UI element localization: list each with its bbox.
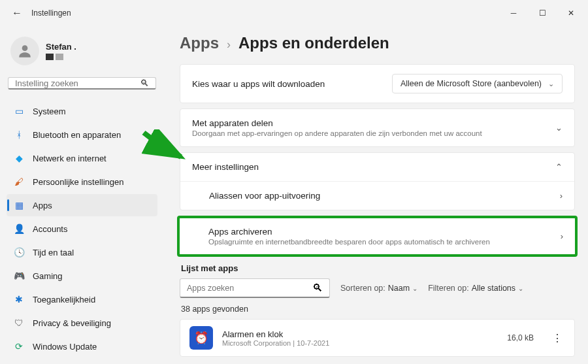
apps-search[interactable]: 🔍︎ <box>180 278 330 298</box>
clock-icon: 🕓 <box>13 247 25 257</box>
download-source-label: Kies waar u apps wilt downloaden <box>192 79 392 89</box>
user-name: Stefan . <box>46 42 76 52</box>
share-devices-card[interactable]: Met apparaten delen Doorgaan met app-erv… <box>180 108 575 147</box>
app-details: Microsoft Corporation | 10-7-2021 <box>222 339 329 347</box>
chevron-down-icon: ⌄ <box>518 285 523 292</box>
apps-found: 38 apps gevonden <box>181 305 575 314</box>
nav-personalisation[interactable]: 🖌Persoonlijke instellingen <box>7 171 157 193</box>
nav-apps[interactable]: ▦Apps <box>7 194 157 216</box>
back-button[interactable]: ← <box>5 7 29 19</box>
close-button[interactable]: ✕ <box>557 3 585 24</box>
breadcrumb-root[interactable]: Apps <box>180 34 219 52</box>
nav-system[interactable]: ▭Systeem <box>7 100 157 122</box>
chevron-right-icon: › <box>227 38 231 52</box>
nav-network[interactable]: ◆Netwerk en internet <box>7 147 157 169</box>
chevron-down-icon: ⌄ <box>555 123 563 133</box>
page-title: Apps en onderdelen <box>238 34 389 52</box>
app-size: 16,0 kB <box>507 333 534 342</box>
chevron-right-icon: › <box>561 231 563 241</box>
person-icon: 👤 <box>13 223 25 234</box>
settings-search[interactable]: 🔍︎ <box>8 77 156 90</box>
window-controls: ─ ☐ ✕ <box>499 3 585 24</box>
app-list-heading: Lijst met apps <box>181 263 575 273</box>
sort-by[interactable]: Sorteren op: Naam ⌄ <box>340 284 417 293</box>
bluetooth-icon: ᚼ <box>13 129 25 140</box>
update-icon: ⟳ <box>13 341 25 352</box>
chevron-down-icon: ⌄ <box>412 285 417 292</box>
archive-apps[interactable]: Apps archiveren Opslagruimte en internet… <box>180 218 575 254</box>
chevron-right-icon: › <box>560 191 563 201</box>
sidebar: Stefan . 🔍︎ ▭Systeem ᚼBluetooth en appar… <box>0 26 167 364</box>
alarms-icon: ⏰ <box>189 326 213 350</box>
user-email-redacted <box>46 54 76 60</box>
nav-accounts[interactable]: 👤Accounts <box>7 218 157 240</box>
brush-icon: 🖌 <box>13 176 25 187</box>
shield-icon: 🛡 <box>13 318 25 328</box>
nav-time[interactable]: 🕓Tijd en taal <box>7 241 157 263</box>
apps-search-input[interactable] <box>187 284 312 293</box>
chevron-up-icon: ⌃ <box>555 162 563 172</box>
nav-list: ▭Systeem ᚼBluetooth en apparaten ◆Netwer… <box>5 99 159 359</box>
avatar <box>10 37 39 65</box>
profile[interactable]: Stefan . <box>5 31 159 74</box>
app-list-item[interactable]: ⏰ Alarmen en klok Microsoft Corporation … <box>180 319 575 357</box>
nav-privacy[interactable]: 🛡Privacy & beveiliging <box>7 312 157 334</box>
breadcrumb: Apps › Apps en onderdelen <box>180 34 575 52</box>
search-icon: 🔍︎ <box>140 78 149 88</box>
titlebar: ← Instellingen ─ ☐ ✕ <box>0 0 588 26</box>
app-execution-aliases[interactable]: Aliassen voor app-uitvoering › <box>180 182 574 210</box>
app-name: Alarmen en klok <box>222 329 329 339</box>
highlight-annotation: Apps archiveren Opslagruimte en internet… <box>177 216 578 257</box>
maximize-button[interactable]: ☐ <box>528 3 557 24</box>
main-pane: Apps › Apps en onderdelen Kies waar u ap… <box>167 26 588 364</box>
minimize-button[interactable]: ─ <box>499 3 528 24</box>
download-source-select[interactable]: Alleen de Microsoft Store (aanbevolen) ⌄ <box>392 74 563 93</box>
chevron-down-icon: ⌄ <box>548 80 554 88</box>
app-more-button[interactable]: ⋮ <box>549 332 565 344</box>
display-icon: ▭ <box>13 106 25 116</box>
nav-gaming[interactable]: 🎮Gaming <box>7 265 157 287</box>
filter-by[interactable]: Filteren op: Alle stations ⌄ <box>428 284 523 293</box>
share-title: Met apparaten delen <box>192 118 555 128</box>
nav-update[interactable]: ⟳Windows Update <box>7 335 157 357</box>
nav-accessibility[interactable]: ✱Toegankelijkheid <box>7 288 157 310</box>
apps-icon: ▦ <box>13 200 25 210</box>
svg-point-0 <box>22 45 28 51</box>
download-source-row: Kies waar u apps wilt downloaden Alleen … <box>180 65 574 103</box>
window-title: Instellingen <box>31 8 71 18</box>
share-sub: Doorgaan met app-ervaringen op andere ap… <box>192 129 555 137</box>
search-icon: 🔍︎ <box>312 282 323 294</box>
settings-search-input[interactable] <box>15 78 140 88</box>
more-settings-card: Meer instellingen ⌃ Aliassen voor app-ui… <box>180 152 575 210</box>
more-settings-toggle[interactable]: Meer instellingen ⌃ <box>180 153 574 181</box>
download-source-card: Kies waar u apps wilt downloaden Alleen … <box>180 64 575 103</box>
nav-bluetooth[interactable]: ᚼBluetooth en apparaten <box>7 124 157 146</box>
wifi-icon: ◆ <box>13 153 25 163</box>
accessibility-icon: ✱ <box>13 294 25 305</box>
gamepad-icon: 🎮 <box>13 271 25 281</box>
